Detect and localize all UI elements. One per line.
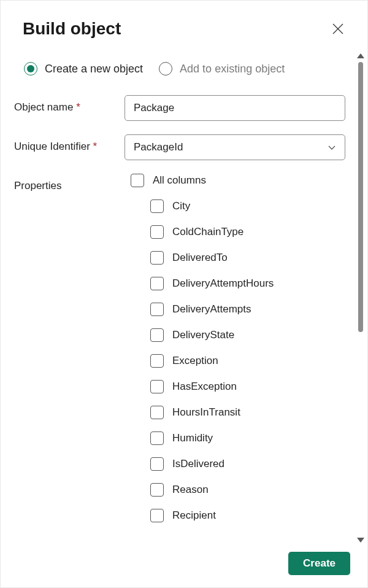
content-wrapper: Create a new object Add to existing obje… [1,51,367,545]
checkbox-label: All columns [153,174,206,187]
radio-create-label: Create a new object [45,63,143,75]
panel-title: Build object [23,19,121,39]
required-indicator: * [76,101,80,113]
scroll-up-icon[interactable] [357,53,364,58]
chevron-down-icon [328,143,336,152]
unique-id-select[interactable]: PackageId [125,134,345,160]
unique-id-label: Unique Identifier * [14,134,125,153]
properties-label: Properties [14,174,125,192]
close-button[interactable] [327,18,349,40]
radio-add-label: Add to existing object [180,63,285,75]
radio-icon [24,62,37,75]
checkbox-label: HasException [172,381,237,393]
panel-footer: Create [1,545,367,587]
checkbox-item[interactable]: Humidity [150,431,355,445]
checkbox-icon [150,431,164,445]
properties-list: All columns CityColdChainTypeDeliveredTo… [125,174,355,535]
object-name-input[interactable] [125,95,345,121]
checkbox-item[interactable]: DeliveredTo [150,251,355,265]
object-name-label: Object name * [14,95,125,114]
checkbox-label: Exception [172,355,218,367]
unique-id-row: Unique Identifier * PackageId [14,134,355,160]
checkbox-icon [150,251,164,265]
checkbox-item[interactable]: City [150,199,355,213]
object-name-control [125,95,345,121]
panel-header: Build object [1,1,367,51]
create-button[interactable]: Create [288,552,350,575]
checkbox-label: DeliveryAttemptHours [172,277,274,290]
checkbox-item[interactable]: HoursInTransit [150,406,355,419]
checkbox-item[interactable]: DeliveryState [150,328,355,342]
scroll-down-icon[interactable] [357,538,364,543]
checkbox-label: Humidity [172,432,213,444]
properties-row: Properties All columns CityColdChainType… [14,174,355,535]
checkbox-item[interactable]: IsDelivered [150,457,355,471]
checkbox-label: IsDelivered [172,458,224,470]
checkbox-all-columns[interactable]: All columns [131,174,355,187]
checkbox-icon [150,483,164,497]
checkbox-label: Reason [172,484,209,496]
build-object-panel: Build object Create a new object Add to … [0,0,368,588]
content-scroll-area[interactable]: Create a new object Add to existing obje… [1,51,367,545]
checkbox-item[interactable]: ColdChainType [150,225,355,239]
select-value: PackageId [134,141,183,153]
checkbox-item[interactable]: Exception [150,354,355,368]
radio-create-new[interactable]: Create a new object [24,62,143,75]
checkbox-label: DeliveryAttempts [172,303,251,315]
checkbox-item[interactable]: Recipient [150,509,355,522]
checkbox-item[interactable]: DeliveryAttempts [150,303,355,316]
checkbox-icon [150,303,164,316]
checkbox-item[interactable]: DeliveryAttemptHours [150,277,355,290]
checkbox-label: ColdChainType [172,226,243,238]
checkbox-icon [150,457,164,471]
checkbox-icon [150,277,164,290]
checkbox-icon [150,406,164,419]
checkbox-item[interactable]: HasException [150,380,355,393]
object-name-row: Object name * [14,95,355,121]
checkbox-label: HoursInTransit [172,406,240,419]
unique-id-control: PackageId [125,134,345,160]
label-text: Object name [14,101,73,113]
radio-add-existing[interactable]: Add to existing object [159,62,285,75]
checkbox-label: DeliveredTo [172,252,228,264]
mode-radio-group: Create a new object Add to existing obje… [14,62,355,95]
scroll-thumb[interactable] [358,62,363,332]
checkbox-label: City [172,200,190,212]
checkbox-icon [131,174,144,187]
checkbox-item[interactable]: Reason [150,483,355,497]
required-indicator: * [93,141,98,152]
checkbox-label: Recipient [172,509,216,522]
radio-icon [159,62,172,75]
checkbox-icon [150,354,164,368]
scrollbar[interactable] [355,51,366,545]
checkbox-icon [150,509,164,522]
checkbox-icon [150,199,164,213]
checkbox-label: DeliveryState [172,329,234,341]
checkbox-icon [150,225,164,239]
checkbox-icon [150,380,164,393]
close-icon [332,23,343,34]
checkbox-icon [150,328,164,342]
label-text: Unique Identifier [14,141,90,152]
